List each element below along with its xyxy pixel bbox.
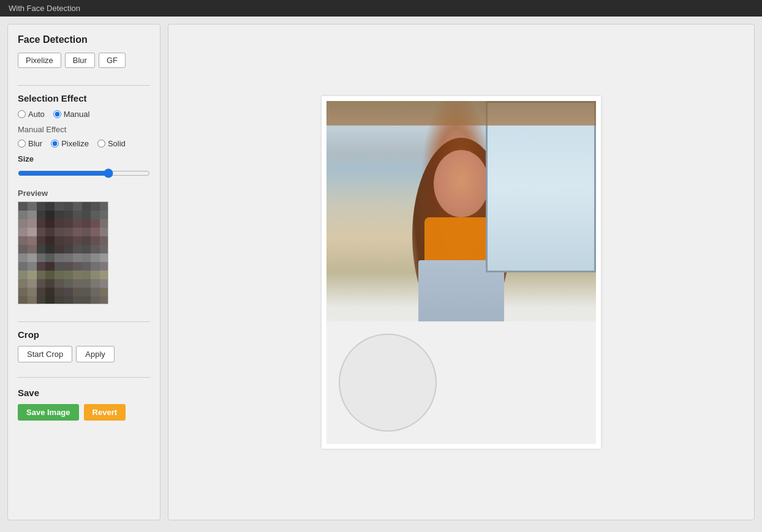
pixel-cell-114 — [55, 296, 64, 304]
pixel-cell-10 — [18, 211, 28, 219]
pixel-cell-37 — [82, 228, 91, 236]
pixel-cell-53 — [45, 245, 55, 253]
pixel-cell-79 — [100, 262, 108, 271]
pixel-cell-113 — [45, 296, 55, 304]
pixel-cell-77 — [82, 262, 91, 271]
pixel-cell-27 — [82, 219, 91, 228]
pixel-cell-16 — [73, 211, 82, 219]
pixel-cell-102 — [37, 288, 46, 296]
pixel-cell-110 — [18, 296, 28, 304]
pixel-cell-50 — [18, 245, 28, 253]
pixel-cell-87 — [82, 271, 91, 279]
manual-radio-label[interactable]: Manual — [53, 110, 90, 119]
pixel-cell-36 — [73, 228, 82, 236]
preview-label: Preview — [18, 189, 150, 198]
pixel-cell-58 — [91, 245, 100, 253]
manual-radio[interactable] — [53, 110, 61, 118]
pixel-cell-116 — [73, 296, 82, 304]
pixel-cell-22 — [37, 219, 46, 228]
pixel-cell-97 — [82, 279, 91, 288]
pixel-cell-39 — [100, 228, 108, 236]
auto-radio[interactable] — [18, 110, 26, 118]
pixel-cell-1 — [28, 202, 37, 211]
blur-effect-label[interactable]: Blur — [18, 139, 42, 148]
pixel-cell-35 — [64, 228, 73, 236]
pixel-cell-85 — [64, 271, 73, 279]
blur-effect-text: Blur — [28, 139, 42, 148]
pixel-cell-8 — [91, 202, 100, 211]
pixel-cell-62 — [37, 253, 46, 262]
pixel-cell-88 — [91, 271, 100, 279]
pixel-cell-95 — [64, 279, 73, 288]
save-image-button[interactable]: Save Image — [18, 404, 79, 421]
pixel-cell-107 — [82, 288, 91, 296]
pixel-cell-19 — [100, 211, 108, 219]
pixel-cell-63 — [45, 253, 55, 262]
pixel-cell-0 — [18, 202, 28, 211]
pixelize-effect-label[interactable]: Pixelize — [51, 139, 89, 148]
pixel-cell-103 — [45, 288, 55, 296]
size-label: Size — [18, 154, 150, 163]
pixel-cell-89 — [100, 271, 108, 279]
solid-effect-radio[interactable] — [97, 140, 105, 148]
apply-button[interactable]: Apply — [76, 346, 115, 362]
pixel-cell-64 — [55, 253, 64, 262]
pixel-cell-15 — [64, 211, 73, 219]
start-crop-button[interactable]: Start Crop — [18, 346, 72, 362]
pixel-cell-56 — [73, 245, 82, 253]
pixel-cell-74 — [55, 262, 64, 271]
crop-section: Crop Start Crop Apply — [18, 329, 150, 362]
revert-button[interactable]: Revert — [84, 404, 126, 421]
gf-button[interactable]: GF — [99, 53, 126, 68]
pixel-cell-26 — [73, 219, 82, 228]
pixel-cell-14 — [55, 211, 64, 219]
auto-radio-label[interactable]: Auto — [18, 110, 45, 119]
right-panel — [168, 24, 755, 520]
pixel-cell-71 — [28, 262, 37, 271]
pixel-cell-59 — [100, 245, 108, 253]
pixel-cell-2 — [37, 202, 46, 211]
pixel-cell-112 — [37, 296, 46, 304]
pixel-cell-54 — [55, 245, 64, 253]
pixel-grid — [18, 202, 108, 304]
pixel-cell-76 — [73, 262, 82, 271]
pixel-cell-99 — [100, 279, 108, 288]
auto-label: Auto — [28, 110, 45, 119]
pixel-cell-75 — [64, 262, 73, 271]
pixel-cell-70 — [18, 262, 28, 271]
pixel-cell-51 — [28, 245, 37, 253]
pixel-cell-86 — [73, 271, 82, 279]
divider-2 — [18, 321, 150, 322]
blur-effect-radio[interactable] — [18, 140, 26, 148]
pixelize-button[interactable]: Pixelize — [18, 53, 61, 68]
pixel-cell-68 — [91, 253, 100, 262]
pixel-cell-115 — [64, 296, 73, 304]
pixel-cell-106 — [73, 288, 82, 296]
pixel-cell-11 — [28, 211, 37, 219]
pixelize-effect-radio[interactable] — [51, 140, 59, 148]
size-slider-container — [18, 168, 150, 180]
size-slider[interactable] — [18, 168, 150, 178]
pixel-cell-94 — [55, 279, 64, 288]
crop-buttons: Start Crop Apply — [18, 346, 150, 362]
pixel-cell-83 — [45, 271, 55, 279]
pixel-cell-104 — [55, 288, 64, 296]
pixel-cell-6 — [73, 202, 82, 211]
pixel-cell-93 — [45, 279, 55, 288]
pixel-cell-17 — [82, 211, 91, 219]
pixel-cell-90 — [18, 279, 28, 288]
pixel-cell-67 — [82, 253, 91, 262]
app-title: With Face Detection — [9, 4, 80, 13]
pixel-cell-81 — [28, 271, 37, 279]
save-section: Save Save Image Revert — [18, 388, 150, 421]
pixel-cell-3 — [45, 202, 55, 211]
pixel-cell-20 — [18, 219, 28, 228]
blur-button[interactable]: Blur — [65, 53, 95, 68]
pixel-cell-117 — [82, 296, 91, 304]
pixel-cell-101 — [28, 288, 37, 296]
save-buttons: Save Image Revert — [18, 404, 150, 421]
pixel-cell-9 — [100, 202, 108, 211]
pixel-cell-43 — [45, 236, 55, 245]
pixel-cell-84 — [55, 271, 64, 279]
solid-effect-label[interactable]: Solid — [97, 139, 126, 148]
